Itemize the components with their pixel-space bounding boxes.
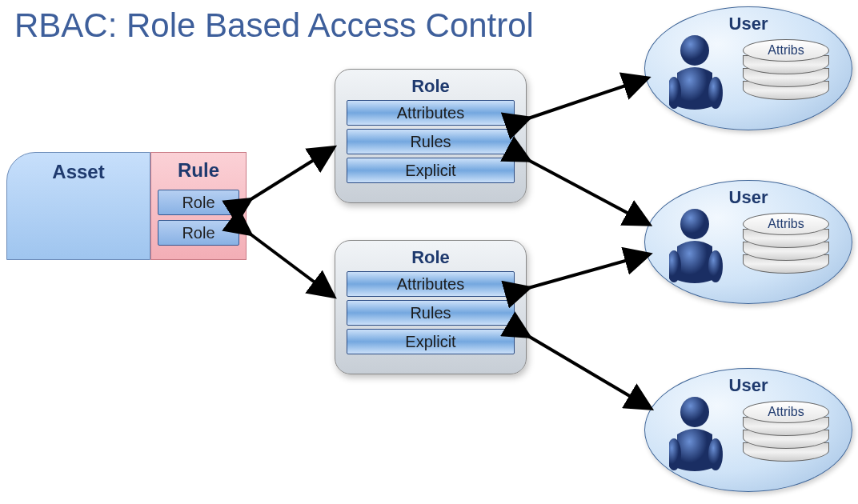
attribs-label: Attribs: [743, 401, 829, 423]
svg-line-13: [528, 254, 648, 288]
svg-line-9: [250, 148, 333, 200]
connector-arrow: [0, 0, 858, 504]
attribs-label: Attribs: [743, 213, 829, 235]
attribs-label: Attribs: [743, 39, 829, 62]
svg-line-14: [528, 336, 650, 408]
svg-line-12: [528, 160, 648, 224]
svg-line-10: [250, 234, 333, 296]
svg-line-11: [528, 78, 647, 118]
